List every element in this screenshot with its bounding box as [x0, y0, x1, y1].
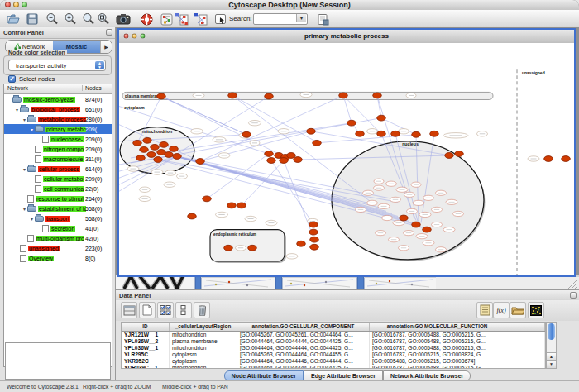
network-node[interactable] — [309, 229, 318, 235]
tab-overflow-arrow-icon[interactable]: ▶ — [100, 41, 112, 53]
network-node[interactable] — [267, 158, 276, 164]
network-node[interactable] — [157, 93, 166, 99]
network-node[interactable] — [237, 203, 246, 208]
network-node[interactable] — [347, 120, 356, 126]
disclosure-triangle-icon[interactable]: ▾ — [22, 117, 27, 122]
tree-row-cell-communicat[interactable]: cell communicat22(0) — [4, 184, 112, 194]
network-node[interactable] — [430, 131, 439, 136]
table-vertical-scrollbar[interactable]: ▲ ▼ — [546, 322, 557, 369]
network-node[interactable] — [562, 156, 571, 162]
network-node[interactable] — [455, 151, 464, 157]
zoom-in-icon[interactable] — [62, 12, 78, 26]
disclosure-triangle-icon[interactable]: ▾ — [29, 127, 35, 132]
snapshot-icon[interactable] — [115, 12, 131, 26]
report-icon[interactable] — [476, 302, 493, 318]
network-node[interactable] — [203, 196, 212, 202]
network-node[interactable] — [377, 131, 386, 136]
advanced-search-icon[interactable] — [315, 12, 331, 26]
network-node[interactable] — [356, 131, 365, 136]
save-icon[interactable] — [24, 12, 40, 26]
network-node[interactable] — [227, 203, 237, 208]
network-node[interactable] — [377, 115, 386, 121]
network-node[interactable] — [310, 237, 319, 242]
tree-row-overview[interactable]: Overview8(0) — [4, 253, 112, 263]
network-node[interactable] — [544, 156, 553, 162]
network-node[interactable] — [196, 159, 205, 165]
select-nodes-checkbox[interactable]: ✓ — [8, 75, 16, 83]
zoom-selected-icon[interactable] — [80, 12, 96, 26]
network-node[interactable] — [224, 245, 233, 251]
network-node[interactable] — [307, 128, 316, 134]
tree-row-nitrogen-compo[interactable]: nitrogen compo209(0) — [4, 144, 112, 154]
tree-row-nucleobase-[interactable]: nucleobase-209(0) — [4, 134, 112, 144]
disclosure-triangle-icon[interactable]: ▾ — [29, 216, 35, 222]
table-row[interactable]: YLR295Ccytoplasm[GO:0045263, GO:0044464,… — [122, 351, 545, 358]
network-node[interactable] — [188, 213, 197, 219]
network-node[interactable] — [160, 141, 169, 147]
network-canvas[interactable]: plasma membranecytoplasmmitochondrionnuc… — [119, 43, 574, 275]
network-node[interactable] — [170, 146, 179, 151]
network-node[interactable] — [165, 152, 174, 158]
network-node[interactable] — [310, 244, 319, 250]
float-data-panel-icon[interactable] — [570, 292, 577, 299]
float-panel-icon[interactable] — [106, 29, 112, 36]
network-node[interactable] — [412, 222, 421, 227]
help-icon[interactable] — [139, 12, 155, 26]
tree-row-metabolic-process[interactable]: ▾metabolic process280(0) — [4, 114, 112, 124]
tree-row-cellular-metabol[interactable]: cellular metabol209(0) — [4, 174, 112, 184]
network-view-window[interactable]: primary metabolic process plasma membran… — [117, 28, 576, 277]
column-header-annotation.GO MOLECULAR_FUNCTION[interactable]: annotation.GO MOLECULAR_FUNCTION — [370, 323, 505, 331]
select-attributes-icon[interactable] — [157, 302, 174, 318]
network-node[interactable] — [287, 153, 296, 159]
network-node[interactable] — [143, 137, 152, 143]
trash-icon[interactable] — [194, 302, 210, 318]
tree-row-transport[interactable]: ▾transport558(0) — [4, 213, 112, 223]
tree-row-unassigned[interactable]: unassigned223(0) — [4, 243, 112, 253]
scroll-down-icon[interactable]: ▼ — [547, 360, 556, 368]
network-node[interactable] — [423, 227, 432, 232]
network-node[interactable] — [140, 146, 149, 152]
network-node[interactable] — [133, 140, 142, 146]
new-document-icon[interactable] — [139, 302, 156, 318]
network-node[interactable] — [147, 152, 156, 158]
matrix-icon[interactable] — [528, 302, 544, 318]
disclosure-triangle-icon[interactable]: ▾ — [14, 107, 20, 112]
tree-row-macromolecule[interactable]: macromolecule311(0) — [4, 154, 112, 164]
column-header-annotation.GO CELLULAR_COMPONENT[interactable]: annotation.GO CELLULAR_COMPONENT — [237, 323, 370, 331]
open-folder-icon[interactable] — [5, 12, 21, 26]
grid-icon[interactable] — [121, 302, 137, 318]
node-color-dropdown[interactable]: transporter activity ▲▼ — [8, 60, 106, 71]
function-icon[interactable]: f(x) — [493, 302, 510, 318]
network-node[interactable] — [173, 154, 182, 160]
network-node[interactable] — [242, 131, 251, 137]
network-node[interactable] — [151, 144, 160, 150]
network-node[interactable] — [265, 151, 274, 157]
zoom-out-icon[interactable] — [44, 12, 60, 26]
network-node[interactable] — [280, 158, 289, 164]
network-node[interactable] — [400, 215, 409, 221]
annotation-icon[interactable] — [213, 12, 228, 26]
tree-row-primary-metabo[interactable]: ▾primary metabo209(... — [4, 124, 112, 134]
table-row[interactable]: YPL036W__2plasma membrane[GO:0044464, GO… — [122, 338, 545, 345]
network-node[interactable] — [297, 241, 306, 246]
network-node[interactable] — [313, 140, 322, 146]
scrollbar-thumb[interactable] — [548, 323, 555, 340]
network-node[interactable] — [309, 222, 318, 227]
disclosure-triangle-icon[interactable]: ▾ — [22, 166, 27, 172]
network-node[interactable] — [373, 93, 382, 98]
tree-row-multi-organism-pro[interactable]: multi-organism pro42(0) — [4, 233, 112, 243]
column-header-_cellularLayoutRegion[interactable]: _cellularLayoutRegion — [170, 323, 237, 331]
network-node[interactable] — [248, 245, 257, 251]
network-node[interactable] — [445, 153, 454, 159]
zoom-fit-icon[interactable] — [95, 12, 111, 26]
layout-icon-2[interactable] — [193, 12, 208, 26]
network-node[interactable] — [228, 93, 237, 98]
tree-row-establishment-of-lo[interactable]: ▾establishment of lo558(0) — [4, 203, 112, 213]
import-folder-icon[interactable] — [510, 302, 526, 318]
layout-icon-1[interactable] — [174, 12, 189, 26]
network-node[interactable] — [136, 155, 146, 161]
table-row[interactable]: YDR039C__1mitochondrion[GO:0044464, GO:0… — [122, 365, 545, 369]
table-row[interactable]: YKR052Ccytoplasm[GO:0044464, GO:0044446,… — [122, 358, 545, 365]
table-row[interactable]: YPL036W__1mitochondrion[GO:0044464, GO:0… — [122, 345, 545, 351]
network-node[interactable] — [265, 93, 274, 99]
